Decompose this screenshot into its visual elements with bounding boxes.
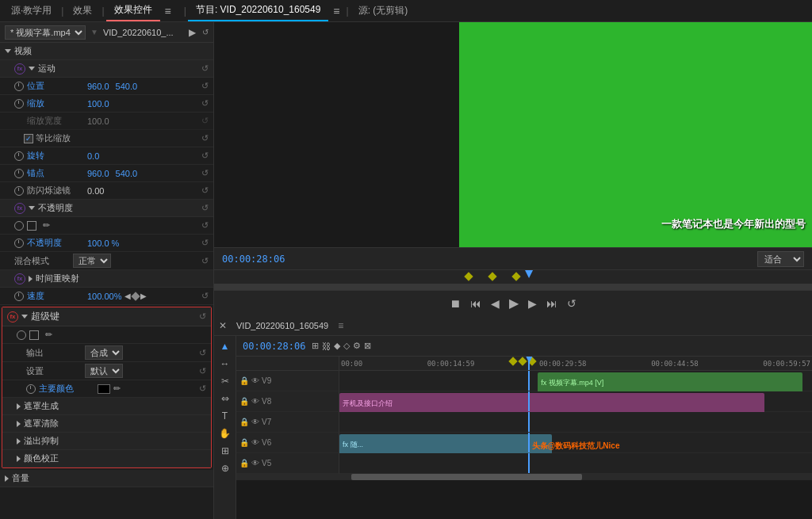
uniform-scale-checkbox[interactable] <box>24 134 33 143</box>
opacity-shapes-reset[interactable]: ↺ <box>201 220 209 231</box>
opacity-value[interactable]: 100.0 % <box>87 239 119 248</box>
position-x-value[interactable]: 960.0 <box>87 82 109 91</box>
next-frame-btn[interactable]: ⏭ <box>543 296 561 311</box>
output-reset[interactable]: ↺ <box>199 348 206 358</box>
tab-effect-controls[interactable]: 效果控件 <box>106 0 160 21</box>
opacity-value-reset[interactable]: ↺ <box>201 238 209 248</box>
loop-btn[interactable]: ↺ <box>564 296 580 311</box>
timeline-tab[interactable]: VID_20220610_160549 <box>236 321 328 330</box>
speed-kf-next[interactable]: ▶ <box>140 292 147 300</box>
tab-menu-btn[interactable]: ≡ <box>160 2 176 21</box>
track-v6-vis[interactable]: 👁 <box>251 438 259 447</box>
rotation-value[interactable]: 0.0 <box>87 151 99 161</box>
selection-tool-btn[interactable]: ▲ <box>218 339 232 353</box>
anti-flicker-reset[interactable]: ↺ <box>201 185 209 196</box>
tab-source[interactable]: 源·教学用 <box>3 1 59 21</box>
opacity-square-icon[interactable] <box>27 221 36 231</box>
track-v6-lock[interactable]: 🔒 <box>239 438 249 447</box>
position-stopwatch[interactable] <box>14 82 24 91</box>
track-v5-vis[interactable]: 👁 <box>251 459 259 467</box>
timeline-marker-icon[interactable]: ◆ <box>334 341 340 351</box>
timeline-close-btn[interactable]: ✕ <box>219 320 227 331</box>
clip-video-subtitle[interactable]: fx 视频字幕.mp4 [V] <box>538 372 802 393</box>
speed-value[interactable]: 100.00% <box>87 292 121 301</box>
anchor-x-value[interactable]: 960.0 <box>87 169 109 178</box>
timeline-scrollbar[interactable] <box>236 474 812 480</box>
tab-source-monitor[interactable]: 源: (无剪辑) <box>350 1 416 21</box>
slip-tool-btn[interactable]: ⇔ <box>218 391 232 406</box>
scale-reset[interactable]: ↺ <box>201 98 209 109</box>
settings-select[interactable]: 默认 <box>85 364 123 378</box>
main-color-pencil[interactable]: ✏ <box>113 384 121 394</box>
tab-effects[interactable]: 效果 <box>65 1 100 21</box>
speed-reset[interactable]: ↺ <box>201 291 209 301</box>
clip-fx-random[interactable]: fx 随... <box>339 434 552 455</box>
timeline-magnet-icon[interactable]: ⊞ <box>312 341 319 351</box>
position-y-value[interactable]: 540.0 <box>116 82 138 91</box>
timeline-tab-menu[interactable]: ≡ <box>338 320 343 331</box>
track-v8-lock[interactable]: 🔒 <box>239 397 249 406</box>
super-key-header[interactable]: fx 超级键 ↺ <box>2 307 211 326</box>
audio-section-header[interactable]: 音量 <box>0 470 213 487</box>
opacity-stopwatch[interactable] <box>14 239 24 248</box>
razor-tool-btn[interactable]: ✂ <box>218 374 232 388</box>
rotation-reset[interactable]: ↺ <box>201 151 209 161</box>
scale-stopwatch[interactable] <box>14 99 24 109</box>
clip-selector-dropdown[interactable]: * 视频字幕.mp4 <box>5 25 86 40</box>
rotation-stopwatch[interactable] <box>14 151 24 161</box>
program-timecode[interactable]: 00:00:28:06 <box>222 254 285 265</box>
hand-tool-btn[interactable]: ✋ <box>218 426 232 441</box>
motion-section-header[interactable]: fx 运动 ↺ <box>0 60 213 78</box>
playhead-at-clip-btn[interactable]: ▶ <box>189 27 196 38</box>
tab-program-monitor[interactable]: 节目: VID_20220610_160549 <box>188 0 328 21</box>
motion-reset-btn[interactable]: ↺ <box>201 63 209 74</box>
monitor-scrollbar[interactable] <box>214 284 812 290</box>
opacity-section-header[interactable]: fx 不透明度 ↺ <box>0 200 213 217</box>
track-v7-lock[interactable]: 🔒 <box>239 418 249 426</box>
track-v9-lock[interactable]: 🔒 <box>239 376 249 385</box>
step-back-btn[interactable]: ◀ <box>488 296 503 311</box>
super-key-circle-icon[interactable] <box>17 330 26 340</box>
time-remap-section-header[interactable]: fx 时间重映射 <box>0 270 213 288</box>
tab-program-menu[interactable]: ≡ <box>328 2 344 21</box>
main-color-reset[interactable]: ↺ <box>199 384 206 394</box>
zoom-tool-btn[interactable]: ⊕ <box>218 461 232 475</box>
main-color-swatch[interactable] <box>98 384 110 394</box>
anchor-reset[interactable]: ↺ <box>201 168 209 178</box>
track-v5-lock[interactable]: 🔒 <box>239 459 249 467</box>
main-color-stopwatch[interactable] <box>26 384 36 394</box>
uniform-scale-reset[interactable]: ↺ <box>201 133 209 143</box>
step-fwd-btn[interactable]: ▶ <box>525 296 540 311</box>
play-btn[interactable]: ▶ <box>506 294 522 312</box>
overflow-header[interactable]: 溢出抑制 <box>2 433 211 450</box>
opacity-pencil-icon[interactable]: ✏ <box>43 220 50 231</box>
settings-reset[interactable]: ↺ <box>199 366 206 376</box>
clip-menu-btn[interactable]: ↺ <box>202 28 209 36</box>
stop-btn[interactable]: ⏹ <box>446 296 464 311</box>
timeline-link-icon[interactable]: ⛓ <box>322 342 331 351</box>
timeline-settings-icon[interactable]: ⚙ <box>353 341 361 351</box>
fit-select[interactable]: 适合 25% 50% 100% <box>757 251 804 267</box>
output-select[interactable]: 合成 <box>85 345 123 360</box>
text-tool-btn[interactable]: T <box>218 409 232 423</box>
clip-intro[interactable]: 开机及接口介绍 <box>339 393 764 414</box>
color-correction-header[interactable]: 颜色校正 <box>2 450 211 467</box>
scale-value[interactable]: 100.0 <box>87 99 109 109</box>
super-key-reset[interactable]: ↺ <box>199 311 206 322</box>
timeline-add-marker-icon[interactable]: ◇ <box>343 341 350 351</box>
track-v9-vis[interactable]: 👁 <box>251 376 259 385</box>
position-reset[interactable]: ↺ <box>201 81 209 91</box>
anchor-stopwatch[interactable] <box>14 169 24 178</box>
timeline-collapse-icon[interactable]: ⊠ <box>364 341 371 351</box>
ripple-edit-btn[interactable]: ↔ <box>218 357 232 371</box>
matte-generate-header[interactable]: 遮罩生成 <box>2 398 211 415</box>
timeline-current-timecode[interactable]: 00:00:28:06 <box>243 341 305 352</box>
speed-stopwatch[interactable] <box>14 292 24 301</box>
blend-mode-reset[interactable]: ↺ <box>201 256 209 266</box>
track-v7-vis[interactable]: 👁 <box>251 418 259 426</box>
blend-mode-select[interactable]: 正常 <box>73 254 111 268</box>
move-tool-btn[interactable]: ⊞ <box>218 444 232 458</box>
video-section-header[interactable]: 视频 <box>0 43 213 60</box>
anti-flicker-stopwatch[interactable] <box>14 186 24 196</box>
super-key-pencil-icon[interactable]: ✏ <box>45 330 52 340</box>
